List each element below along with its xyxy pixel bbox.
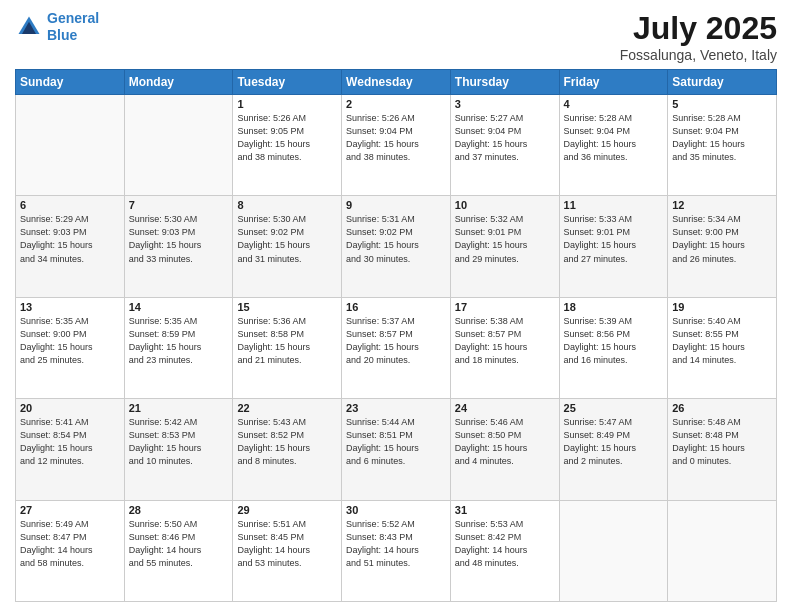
day-info: Sunrise: 5:35 AM Sunset: 9:00 PM Dayligh… — [20, 315, 120, 367]
calendar-cell: 24Sunrise: 5:46 AM Sunset: 8:50 PM Dayli… — [450, 399, 559, 500]
calendar-week-row: 20Sunrise: 5:41 AM Sunset: 8:54 PM Dayli… — [16, 399, 777, 500]
day-info: Sunrise: 5:27 AM Sunset: 9:04 PM Dayligh… — [455, 112, 555, 164]
calendar-cell — [16, 95, 125, 196]
day-info: Sunrise: 5:44 AM Sunset: 8:51 PM Dayligh… — [346, 416, 446, 468]
calendar-cell: 21Sunrise: 5:42 AM Sunset: 8:53 PM Dayli… — [124, 399, 233, 500]
day-number: 11 — [564, 199, 664, 211]
day-info: Sunrise: 5:29 AM Sunset: 9:03 PM Dayligh… — [20, 213, 120, 265]
day-number: 14 — [129, 301, 229, 313]
day-info: Sunrise: 5:46 AM Sunset: 8:50 PM Dayligh… — [455, 416, 555, 468]
calendar-cell: 12Sunrise: 5:34 AM Sunset: 9:00 PM Dayli… — [668, 196, 777, 297]
location: Fossalunga, Veneto, Italy — [620, 47, 777, 63]
weekday-header-tuesday: Tuesday — [233, 70, 342, 95]
calendar-cell: 16Sunrise: 5:37 AM Sunset: 8:57 PM Dayli… — [342, 297, 451, 398]
calendar-cell: 26Sunrise: 5:48 AM Sunset: 8:48 PM Dayli… — [668, 399, 777, 500]
day-number: 5 — [672, 98, 772, 110]
header: General Blue July 2025 Fossalunga, Venet… — [15, 10, 777, 63]
day-number: 16 — [346, 301, 446, 313]
logo: General Blue — [15, 10, 99, 44]
calendar-cell: 4Sunrise: 5:28 AM Sunset: 9:04 PM Daylig… — [559, 95, 668, 196]
day-info: Sunrise: 5:39 AM Sunset: 8:56 PM Dayligh… — [564, 315, 664, 367]
calendar-cell: 11Sunrise: 5:33 AM Sunset: 9:01 PM Dayli… — [559, 196, 668, 297]
day-number: 10 — [455, 199, 555, 211]
logo-text: General Blue — [47, 10, 99, 44]
day-number: 30 — [346, 504, 446, 516]
day-info: Sunrise: 5:53 AM Sunset: 8:42 PM Dayligh… — [455, 518, 555, 570]
calendar-cell: 10Sunrise: 5:32 AM Sunset: 9:01 PM Dayli… — [450, 196, 559, 297]
weekday-header-wednesday: Wednesday — [342, 70, 451, 95]
month-title: July 2025 — [620, 10, 777, 47]
day-number: 26 — [672, 402, 772, 414]
day-info: Sunrise: 5:52 AM Sunset: 8:43 PM Dayligh… — [346, 518, 446, 570]
calendar-cell: 7Sunrise: 5:30 AM Sunset: 9:03 PM Daylig… — [124, 196, 233, 297]
day-info: Sunrise: 5:41 AM Sunset: 8:54 PM Dayligh… — [20, 416, 120, 468]
calendar-cell: 15Sunrise: 5:36 AM Sunset: 8:58 PM Dayli… — [233, 297, 342, 398]
calendar-cell — [124, 95, 233, 196]
calendar-cell: 14Sunrise: 5:35 AM Sunset: 8:59 PM Dayli… — [124, 297, 233, 398]
day-info: Sunrise: 5:28 AM Sunset: 9:04 PM Dayligh… — [672, 112, 772, 164]
day-info: Sunrise: 5:35 AM Sunset: 8:59 PM Dayligh… — [129, 315, 229, 367]
calendar-cell: 23Sunrise: 5:44 AM Sunset: 8:51 PM Dayli… — [342, 399, 451, 500]
day-info: Sunrise: 5:30 AM Sunset: 9:03 PM Dayligh… — [129, 213, 229, 265]
day-number: 19 — [672, 301, 772, 313]
day-number: 22 — [237, 402, 337, 414]
day-number: 6 — [20, 199, 120, 211]
calendar-cell: 3Sunrise: 5:27 AM Sunset: 9:04 PM Daylig… — [450, 95, 559, 196]
calendar-cell: 6Sunrise: 5:29 AM Sunset: 9:03 PM Daylig… — [16, 196, 125, 297]
weekday-header-row: SundayMondayTuesdayWednesdayThursdayFrid… — [16, 70, 777, 95]
day-number: 1 — [237, 98, 337, 110]
day-info: Sunrise: 5:49 AM Sunset: 8:47 PM Dayligh… — [20, 518, 120, 570]
weekday-header-saturday: Saturday — [668, 70, 777, 95]
day-info: Sunrise: 5:43 AM Sunset: 8:52 PM Dayligh… — [237, 416, 337, 468]
day-number: 8 — [237, 199, 337, 211]
day-info: Sunrise: 5:28 AM Sunset: 9:04 PM Dayligh… — [564, 112, 664, 164]
day-number: 7 — [129, 199, 229, 211]
calendar-cell: 22Sunrise: 5:43 AM Sunset: 8:52 PM Dayli… — [233, 399, 342, 500]
day-info: Sunrise: 5:37 AM Sunset: 8:57 PM Dayligh… — [346, 315, 446, 367]
calendar-cell: 20Sunrise: 5:41 AM Sunset: 8:54 PM Dayli… — [16, 399, 125, 500]
day-number: 28 — [129, 504, 229, 516]
calendar-week-row: 13Sunrise: 5:35 AM Sunset: 9:00 PM Dayli… — [16, 297, 777, 398]
calendar-cell: 13Sunrise: 5:35 AM Sunset: 9:00 PM Dayli… — [16, 297, 125, 398]
day-info: Sunrise: 5:38 AM Sunset: 8:57 PM Dayligh… — [455, 315, 555, 367]
calendar-week-row: 27Sunrise: 5:49 AM Sunset: 8:47 PM Dayli… — [16, 500, 777, 601]
day-number: 15 — [237, 301, 337, 313]
calendar-cell: 1Sunrise: 5:26 AM Sunset: 9:05 PM Daylig… — [233, 95, 342, 196]
calendar-cell: 2Sunrise: 5:26 AM Sunset: 9:04 PM Daylig… — [342, 95, 451, 196]
day-number: 20 — [20, 402, 120, 414]
calendar-cell: 27Sunrise: 5:49 AM Sunset: 8:47 PM Dayli… — [16, 500, 125, 601]
weekday-header-friday: Friday — [559, 70, 668, 95]
day-info: Sunrise: 5:26 AM Sunset: 9:04 PM Dayligh… — [346, 112, 446, 164]
day-info: Sunrise: 5:36 AM Sunset: 8:58 PM Dayligh… — [237, 315, 337, 367]
day-number: 31 — [455, 504, 555, 516]
day-info: Sunrise: 5:50 AM Sunset: 8:46 PM Dayligh… — [129, 518, 229, 570]
calendar-cell: 29Sunrise: 5:51 AM Sunset: 8:45 PM Dayli… — [233, 500, 342, 601]
day-info: Sunrise: 5:33 AM Sunset: 9:01 PM Dayligh… — [564, 213, 664, 265]
day-number: 3 — [455, 98, 555, 110]
day-info: Sunrise: 5:32 AM Sunset: 9:01 PM Dayligh… — [455, 213, 555, 265]
weekday-header-sunday: Sunday — [16, 70, 125, 95]
day-number: 17 — [455, 301, 555, 313]
day-info: Sunrise: 5:26 AM Sunset: 9:05 PM Dayligh… — [237, 112, 337, 164]
calendar-cell: 19Sunrise: 5:40 AM Sunset: 8:55 PM Dayli… — [668, 297, 777, 398]
calendar-week-row: 6Sunrise: 5:29 AM Sunset: 9:03 PM Daylig… — [16, 196, 777, 297]
day-info: Sunrise: 5:51 AM Sunset: 8:45 PM Dayligh… — [237, 518, 337, 570]
weekday-header-thursday: Thursday — [450, 70, 559, 95]
calendar-table: SundayMondayTuesdayWednesdayThursdayFrid… — [15, 69, 777, 602]
title-block: July 2025 Fossalunga, Veneto, Italy — [620, 10, 777, 63]
logo-line1: General — [47, 10, 99, 26]
page: General Blue July 2025 Fossalunga, Venet… — [0, 0, 792, 612]
calendar-cell: 31Sunrise: 5:53 AM Sunset: 8:42 PM Dayli… — [450, 500, 559, 601]
day-number: 18 — [564, 301, 664, 313]
logo-line2: Blue — [47, 27, 77, 43]
day-number: 21 — [129, 402, 229, 414]
day-info: Sunrise: 5:42 AM Sunset: 8:53 PM Dayligh… — [129, 416, 229, 468]
calendar-cell — [668, 500, 777, 601]
day-info: Sunrise: 5:31 AM Sunset: 9:02 PM Dayligh… — [346, 213, 446, 265]
day-info: Sunrise: 5:30 AM Sunset: 9:02 PM Dayligh… — [237, 213, 337, 265]
day-info: Sunrise: 5:34 AM Sunset: 9:00 PM Dayligh… — [672, 213, 772, 265]
day-number: 27 — [20, 504, 120, 516]
day-number: 12 — [672, 199, 772, 211]
calendar-cell — [559, 500, 668, 601]
day-number: 29 — [237, 504, 337, 516]
